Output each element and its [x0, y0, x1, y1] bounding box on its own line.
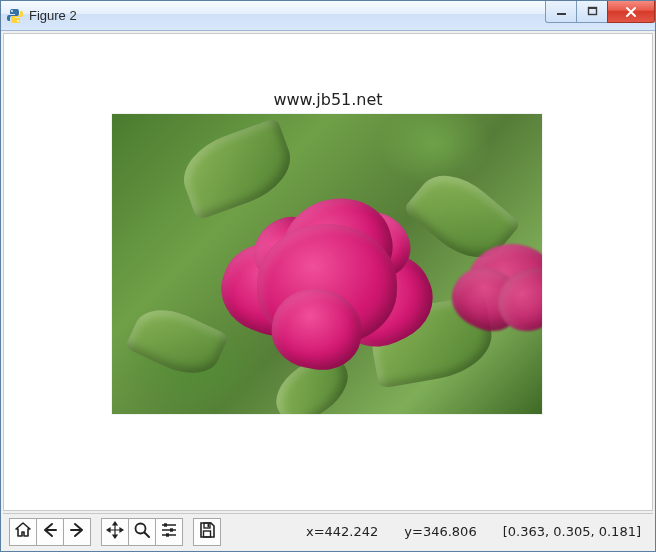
svg-rect-2 — [557, 13, 566, 15]
svg-rect-6 — [164, 523, 167, 526]
close-button[interactable] — [607, 1, 655, 23]
svg-rect-4 — [588, 7, 597, 9]
status-y: y=346.806 — [404, 524, 476, 539]
svg-rect-11 — [208, 524, 210, 527]
svg-point-0 — [11, 10, 13, 12]
arrow-left-icon — [41, 521, 59, 542]
configure-subplots-button[interactable] — [155, 518, 183, 546]
svg-rect-8 — [166, 533, 169, 536]
minimize-button[interactable] — [545, 1, 577, 23]
navigation-toolbar: x=442.242 y=346.806 [0.363, 0.305, 0.181… — [3, 513, 653, 549]
titlebar[interactable]: Figure 2 — [1, 1, 655, 31]
forward-button[interactable] — [63, 518, 91, 546]
move-icon — [106, 521, 124, 542]
svg-rect-10 — [204, 531, 211, 537]
save-button[interactable] — [193, 518, 221, 546]
svg-point-1 — [17, 20, 19, 22]
save-icon — [198, 521, 216, 542]
home-icon — [14, 521, 32, 542]
home-button[interactable] — [9, 518, 37, 546]
status-x: x=442.242 — [306, 524, 378, 539]
cursor-status: x=442.242 y=346.806 [0.363, 0.305, 0.181… — [306, 524, 647, 539]
maximize-button[interactable] — [576, 1, 608, 23]
pan-button[interactable] — [101, 518, 129, 546]
svg-rect-7 — [170, 528, 173, 531]
python-tk-icon — [7, 8, 23, 24]
plot-image — [112, 114, 542, 414]
zoom-button[interactable] — [128, 518, 156, 546]
plot-title: www.jb51.net — [4, 90, 652, 109]
status-rgb: [0.363, 0.305, 0.181] — [503, 524, 641, 539]
sliders-icon — [160, 521, 178, 542]
back-button[interactable] — [36, 518, 64, 546]
magnifier-icon — [133, 521, 151, 542]
figure-window: Figure 2 www.jb51.net — [0, 0, 656, 552]
arrow-right-icon — [68, 521, 86, 542]
figure-canvas[interactable]: www.jb51.net — [3, 33, 653, 511]
window-controls — [546, 1, 655, 23]
window-title: Figure 2 — [29, 8, 77, 23]
